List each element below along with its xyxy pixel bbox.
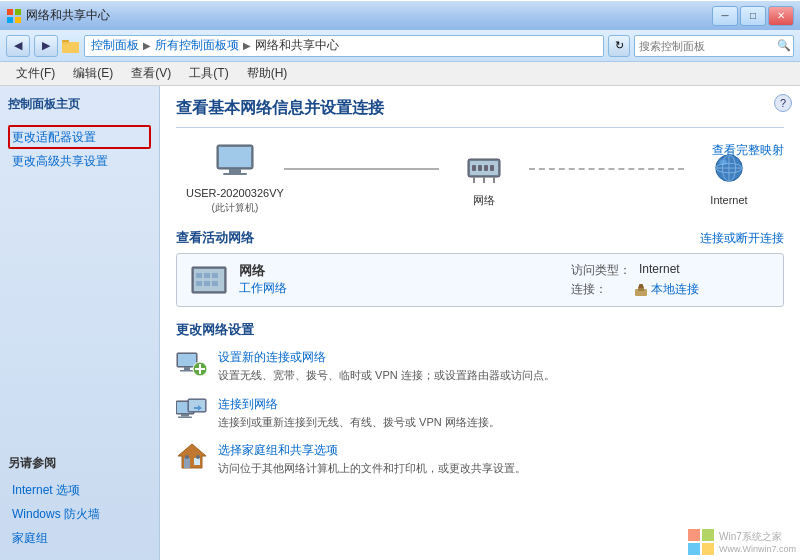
- sidebar-main-title: 控制面板主页: [8, 96, 151, 117]
- sidebar-also-section: 另请参阅 Internet 选项 Windows 防火墙 家庭组: [8, 445, 151, 550]
- settings-desc-2: 访问位于其他网络计算机上的文件和打印机，或更改共享设置。: [218, 461, 784, 476]
- watermark-logo: Win7系统之家 Www.Winwin7.com: [687, 528, 796, 556]
- view-full-map-link[interactable]: 查看完整映射: [712, 142, 784, 159]
- folder-icon: [62, 38, 80, 54]
- menu-bar: 文件(F) 编辑(E) 查看(V) 工具(T) 帮助(H): [0, 62, 800, 86]
- svg-rect-58: [702, 543, 714, 555]
- active-net-info: 网络 工作网络: [239, 262, 561, 297]
- connection-label: 连接：: [571, 281, 626, 298]
- settings-link-1[interactable]: 连接到网络: [218, 396, 784, 413]
- settings-icon-0: [176, 349, 208, 377]
- svg-rect-32: [204, 281, 210, 286]
- menu-view[interactable]: 查看(V): [123, 63, 179, 84]
- svg-rect-56: [702, 529, 714, 541]
- net-node-network: 网络: [439, 149, 529, 208]
- settings-item-2: 选择家庭组和共享选项 访问位于其他网络计算机上的文件和打印机，或更改共享设置。: [176, 442, 784, 476]
- svg-rect-27: [194, 269, 224, 291]
- change-settings-title: 更改网络设置: [176, 321, 784, 339]
- connect-disconnect-link[interactable]: 连接或断开连接: [700, 230, 784, 247]
- search-input[interactable]: [639, 40, 777, 52]
- sidebar-link-adapter[interactable]: 更改适配器设置: [8, 125, 151, 149]
- svg-point-53: [185, 455, 189, 459]
- connection-row: 连接： 本地连接: [571, 281, 771, 298]
- svg-rect-46: [181, 414, 189, 417]
- close-button[interactable]: ✕: [768, 6, 794, 26]
- network-diagram: USER-20200326VY (此计算机): [176, 142, 784, 215]
- svg-point-54: [196, 455, 200, 459]
- help-icon[interactable]: ?: [774, 94, 792, 112]
- content-area: ? 查看基本网络信息并设置连接 USER-2020032: [160, 86, 800, 560]
- svg-rect-52: [194, 458, 200, 465]
- active-net-type-link[interactable]: 工作网络: [239, 281, 287, 295]
- network-icon: [460, 149, 508, 189]
- settings-desc-0: 设置无线、宽带、拨号、临时或 VPN 连接；或设置路由器或访问点。: [218, 368, 784, 383]
- menu-edit[interactable]: 编辑(E): [65, 63, 121, 84]
- sidebar-link-homegroup[interactable]: 家庭组: [8, 526, 151, 550]
- svg-rect-8: [219, 147, 251, 167]
- arrow-1: ▶: [143, 40, 151, 51]
- net-line-2: [529, 168, 684, 170]
- refresh-button[interactable]: ↻: [608, 35, 630, 57]
- svg-rect-33: [212, 281, 218, 286]
- menu-help[interactable]: 帮助(H): [239, 63, 296, 84]
- svg-rect-16: [490, 165, 494, 171]
- sidebar-link-internet-options[interactable]: Internet 选项: [8, 478, 151, 502]
- path-part-3: 网络和共享中心: [255, 37, 339, 54]
- sidebar-link-sharing[interactable]: 更改高级共享设置: [8, 149, 151, 173]
- search-box: 🔍: [634, 35, 794, 57]
- svg-rect-31: [196, 281, 202, 286]
- back-button[interactable]: ◀: [6, 35, 30, 57]
- watermark-line2: Www.Winwin7.com: [719, 544, 796, 554]
- svg-rect-29: [204, 273, 210, 278]
- settings-link-2[interactable]: 选择家庭组和共享选项: [218, 442, 784, 459]
- access-type-row: 访问类型： Internet: [571, 262, 771, 279]
- svg-rect-15: [484, 165, 488, 171]
- forward-button[interactable]: ▶: [34, 35, 58, 57]
- svg-point-25: [720, 160, 728, 166]
- settings-link-0[interactable]: 设置新的连接或网络: [218, 349, 784, 366]
- access-type-label: 访问类型：: [571, 262, 631, 279]
- svg-rect-13: [472, 165, 476, 171]
- internet-label: Internet: [710, 193, 747, 208]
- net-node-computer: USER-20200326VY (此计算机): [186, 142, 284, 215]
- sidebar-link-firewall[interactable]: Windows 防火墙: [8, 502, 151, 526]
- arrow-2: ▶: [243, 40, 251, 51]
- svg-rect-1: [15, 9, 21, 15]
- svg-rect-3: [15, 17, 21, 23]
- svg-rect-10: [223, 173, 247, 175]
- title-bar-buttons: ─ □ ✕: [712, 6, 794, 26]
- settings-icon-1: [176, 396, 208, 424]
- svg-rect-40: [180, 370, 194, 372]
- watermark-text: Win7系统之家 Www.Winwin7.com: [719, 530, 796, 554]
- svg-rect-47: [178, 416, 192, 418]
- svg-marker-50: [178, 444, 206, 468]
- access-type-value: Internet: [639, 262, 680, 279]
- settings-icon-2: [176, 442, 208, 470]
- active-net-name: 网络: [239, 262, 561, 280]
- watermark: Win7系统之家 Www.Winwin7.com: [687, 528, 796, 556]
- settings-item-0: 设置新的连接或网络 设置无线、宽带、拨号、临时或 VPN 连接；或设置路由器或访…: [176, 349, 784, 383]
- title-bar-title: 网络和共享中心: [26, 7, 110, 24]
- active-network-title: 查看活动网络: [176, 229, 254, 247]
- svg-rect-57: [688, 543, 700, 555]
- menu-tools[interactable]: 工具(T): [181, 63, 236, 84]
- connection-icon: [634, 283, 648, 297]
- minimize-button[interactable]: ─: [712, 6, 738, 26]
- watermark-line1: Win7系统之家: [719, 530, 796, 544]
- address-path[interactable]: 控制面板 ▶ 所有控制面板项 ▶ 网络和共享中心: [84, 35, 604, 57]
- maximize-button[interactable]: □: [740, 6, 766, 26]
- path-part-2: 所有控制面板项: [155, 37, 239, 54]
- svg-rect-30: [212, 273, 218, 278]
- main-layout: 控制面板主页 更改适配器设置 更改高级共享设置 另请参阅 Internet 选项…: [0, 86, 800, 560]
- path-part-1: 控制面板: [91, 37, 139, 54]
- settings-desc-1: 连接到或重新连接到无线、有线、拨号或 VPN 网络连接。: [218, 415, 784, 430]
- svg-rect-39: [184, 367, 190, 370]
- svg-rect-38: [178, 354, 196, 366]
- svg-rect-51: [184, 458, 190, 468]
- computer-icon: [211, 142, 259, 182]
- menu-file[interactable]: 文件(F): [8, 63, 63, 84]
- search-icon[interactable]: 🔍: [777, 39, 791, 52]
- svg-rect-28: [196, 273, 202, 278]
- connection-value-link[interactable]: 本地连接: [651, 281, 699, 298]
- net-line-1: [284, 168, 439, 170]
